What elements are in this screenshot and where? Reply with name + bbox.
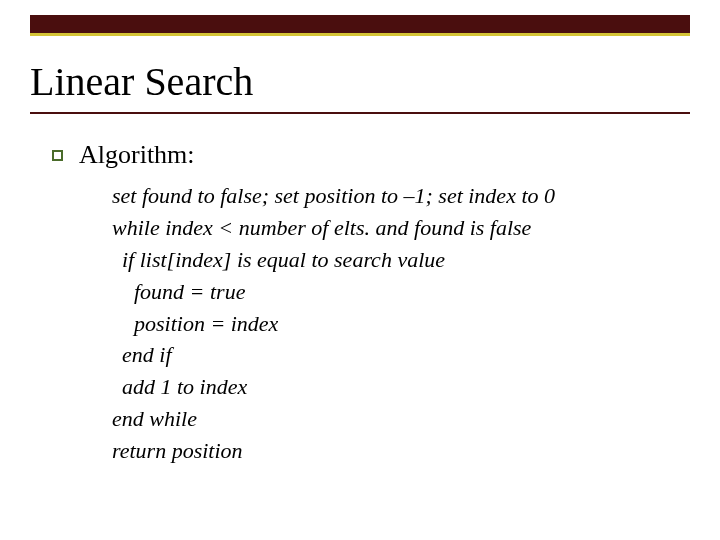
slide: Linear Search Algorithm: set found to fa… xyxy=(0,0,720,540)
bullet-item: Algorithm: xyxy=(52,140,680,170)
pseudocode-line: position = index xyxy=(112,308,680,340)
square-bullet-icon xyxy=(52,150,63,161)
top-dark-band xyxy=(30,15,690,33)
pseudocode-line: return position xyxy=(112,435,680,467)
top-accent-line xyxy=(30,33,690,36)
pseudocode-line: end while xyxy=(112,403,680,435)
bullet-label: Algorithm: xyxy=(79,140,195,170)
pseudocode-block: set found to false; set position to –1; … xyxy=(112,180,680,467)
slide-title: Linear Search xyxy=(30,58,690,105)
pseudocode-line: end if xyxy=(112,339,680,371)
slide-body: Algorithm: set found to false; set posit… xyxy=(52,140,680,467)
pseudocode-line: set found to false; set position to –1; … xyxy=(112,180,680,212)
title-underline xyxy=(30,112,690,114)
pseudocode-line: add 1 to index xyxy=(112,371,680,403)
pseudocode-line: if list[index] is equal to search value xyxy=(112,244,680,276)
pseudocode-line: while index < number of elts. and found … xyxy=(112,212,680,244)
pseudocode-line: found = true xyxy=(112,276,680,308)
